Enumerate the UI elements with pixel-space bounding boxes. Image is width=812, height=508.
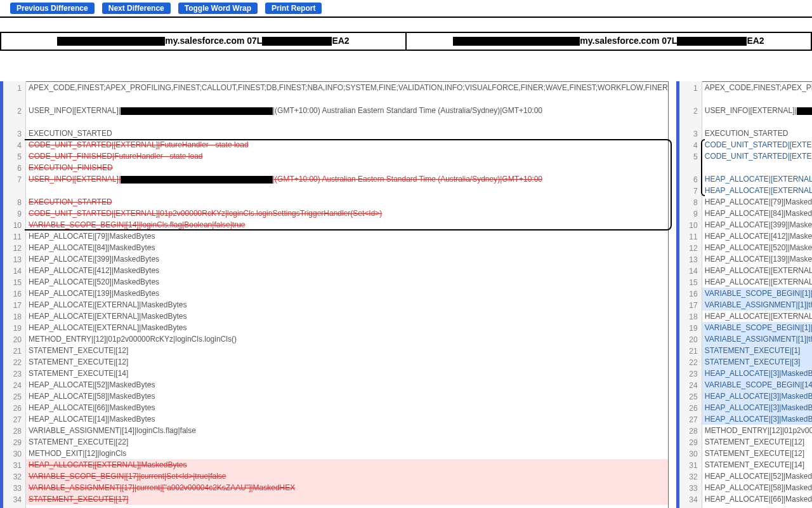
line-number: 25 (3, 391, 25, 403)
left-content[interactable]: APEX_CODE,FINEST;APEX_PROFILING,FINEST;C… (26, 81, 669, 508)
right-file-label: my.salesforce.com 07L (580, 36, 677, 46)
code-line[interactable]: HEAP_ALLOCATE|[412]|MaskedBytes (26, 265, 668, 276)
code-line[interactable]: HEAP_ALLOCATE|[EXTERNAL]|MaskedBytes (26, 311, 668, 322)
line-number: 20 (3, 334, 25, 345)
code-line[interactable]: HEAP_ALLOCATE|[84]|MaskedBytes (26, 242, 668, 253)
code-line[interactable]: HEAP_ALLOCATE|[79]|MaskedBytes (702, 196, 812, 208)
line-number: 25 (679, 391, 702, 403)
code-line[interactable]: HEAP_ALLOCATE|[84]|MaskedBytes (702, 208, 812, 219)
toolbar: Previous Difference Next Difference Togg… (0, 0, 812, 18)
code-line[interactable]: STATEMENT_EXECUTE|[14] (26, 368, 668, 379)
code-line[interactable]: VARIABLE_SCOPE_BEGIN|[1]|this|loginSetti… (702, 322, 812, 333)
code-line[interactable]: VARIABLE_ASSIGNMENT|[14]|loginCls.flag|f… (26, 425, 668, 436)
code-line[interactable]: HEAP_ALLOCATE|[EXTERNAL]|MaskedBytes (702, 311, 812, 322)
code-line[interactable]: HEAP_ALLOCATE|[520]|MaskedBytes (702, 242, 812, 253)
code-line[interactable]: HEAP_ALLOCATE|[EXTERNAL]|MaskedBytes (26, 299, 668, 311)
code-line[interactable]: CODE_UNIT_STARTED|[EXTERNAL]|FutureHandl… (26, 139, 668, 150)
code-line[interactable]: STATEMENT_EXECUTE|[12] (26, 345, 668, 356)
right-file-tail: EA2 (747, 36, 764, 46)
code-line[interactable]: HEAP_ALLOCATE|[EXTERNAL]|MaskedBytes (702, 265, 812, 276)
line-number: 23 (3, 368, 25, 380)
code-line[interactable]: HEAP_ALLOCATE|[139]|MaskedBytes (702, 253, 812, 265)
line-number: 2 (3, 105, 25, 128)
code-line[interactable]: STATEMENT_EXECUTE|[12] (702, 448, 812, 459)
code-line[interactable]: HEAP_ALLOCATE|[66]|MaskedBytes (702, 493, 812, 505)
line-number: 30 (3, 448, 25, 460)
right-pane[interactable]: 1234567891011121314151617181920212223242… (676, 81, 812, 508)
code-line[interactable]: VARIABLE_SCOPE_BEGIN|[1]|this|loginSetti… (702, 288, 812, 299)
code-line[interactable]: STATEMENT_EXECUTE|[12] (702, 436, 812, 448)
code-line[interactable]: STATEMENT_EXECUTE|[12] (26, 356, 668, 368)
next-diff-button[interactable]: Next Difference (102, 3, 171, 14)
code-line[interactable]: VARIABLE_ASSIGNMENT|[1]|this|{}|MaskedHE… (702, 333, 812, 345)
code-line[interactable]: HEAP_ALLOCATE|[3]|MaskedBytes (702, 402, 812, 413)
code-line[interactable]: EXECUTION_STARTED (702, 128, 812, 139)
line-number: 24 (3, 380, 25, 391)
code-line[interactable]: APEX_CODE,FINEST;APEX_PROFILING,FINEST;C… (26, 82, 668, 105)
code-line[interactable]: HEAP_ALLOCATE|[EXTERNAL]|MaskedBytes (26, 322, 668, 333)
code-line[interactable]: METHOD_EXIT|[12]|loginCls (26, 448, 668, 459)
code-line[interactable]: HEAP_ALLOCATE|[14]|MaskedBytes (26, 413, 668, 425)
code-line[interactable]: VARIABLE_ASSIGNMENT|[1]|this|{}|MaskedHE… (702, 299, 812, 311)
code-line[interactable]: HEAP_ALLOCATE|[EXTERNAL]|MaskedBytes (702, 276, 812, 288)
code-line[interactable]: HEAP_ALLOCATE|[3]|MaskedBytes (702, 413, 812, 425)
code-line[interactable]: HEAP_ALLOCATE|[520]|MaskedBytes (26, 276, 668, 288)
line-number: 12 (3, 243, 25, 254)
code-line[interactable]: USER_INFO|[EXTERNAL]||(GMT+10:00) Austra… (702, 105, 812, 128)
line-number: 19 (3, 323, 25, 334)
left-pane[interactable]: 1234567891011121314151617181920212223242… (0, 81, 669, 508)
code-line[interactable]: APEX_CODE,FINEST;APEX_PROFILING,FINEST;C… (702, 82, 812, 105)
code-line[interactable]: HEAP_ALLOCATE|[399]|MaskedBytes (702, 219, 812, 231)
line-number: 24 (679, 380, 702, 391)
code-line[interactable]: HEAP_ALLOCATE|[58]|MaskedBytes (26, 391, 668, 402)
line-number: 30 (679, 448, 702, 460)
code-line[interactable]: HEAP_ALLOCATE|[EXTERNAL]|MaskedBytes (702, 185, 812, 196)
code-line[interactable]: HEAP_ALLOCATE|[66]|MaskedBytes (26, 402, 668, 413)
line-number: 23 (679, 368, 702, 380)
code-line[interactable]: VARIABLE_SCOPE_BEGIN|[17]|current|Set<Id… (26, 471, 668, 482)
line-number: 15 (679, 277, 702, 288)
code-line[interactable]: CODE_UNIT_STARTED|[EXTERNAL]|01q2v000001… (702, 150, 812, 173)
code-line[interactable]: USER_INFO|[EXTERNAL]||(GMT+10:00) Austra… (26, 173, 668, 196)
prev-diff-button[interactable]: Previous Difference (10, 3, 95, 14)
line-number: 18 (679, 311, 702, 323)
right-line-numbers: 1234567891011121314151617181920212223242… (679, 81, 702, 508)
code-line[interactable]: HEAP_ALLOCATE|[3]|MaskedBytes (702, 368, 812, 379)
line-number: 10 (3, 220, 25, 231)
line-number: 31 (3, 460, 25, 471)
code-line[interactable]: HEAP_ALLOCATE|[EXTERNAL]|MaskedBytes (702, 173, 812, 185)
code-line[interactable]: STATEMENT_EXECUTE|[14] (702, 459, 812, 471)
code-line[interactable]: HEAP_ALLOCATE|[52]|MaskedBytes (26, 379, 668, 391)
code-line[interactable]: STATEMENT_EXECUTE|[22] (26, 436, 668, 448)
code-line[interactable]: STATEMENT_EXECUTE|[1] (702, 345, 812, 356)
code-line[interactable]: EXECUTION_STARTED (26, 196, 668, 208)
code-line[interactable]: CODE_UNIT_STARTED|[EXTERNAL]|TRIGGERS (702, 139, 812, 150)
line-number: 5 (679, 151, 702, 174)
code-line[interactable]: EXECUTION_FINISHED (26, 162, 668, 173)
code-line[interactable]: HEAP_ALLOCATE|[79]|MaskedBytes (26, 231, 668, 242)
code-line[interactable]: METHOD_ENTRY|[12]|01p2v00000RcKYz|loginC… (26, 333, 668, 345)
toggle-wrap-button[interactable]: Toggle Word Wrap (178, 3, 258, 14)
code-line[interactable]: HEAP_ALLOCATE|[3]|MaskedBytes (702, 391, 812, 402)
code-line[interactable]: EXECUTION_STARTED (26, 128, 668, 139)
code-line[interactable]: HEAP_ALLOCATE|[EXTERNAL]|MaskedBytes (26, 459, 668, 471)
code-line[interactable]: VARIABLE_SCOPE_BEGIN|[14]|loginCls.flag|… (26, 219, 668, 231)
code-line[interactable]: HEAP_ALLOCATE|[58]|MaskedBytes (702, 482, 812, 493)
line-number: 17 (679, 300, 702, 311)
code-line[interactable]: HEAP_ALLOCATE|[52]|MaskedBytes (702, 471, 812, 482)
code-line[interactable]: VARIABLE_SCOPE_BEGIN|[14]|loginCls.flag|… (702, 379, 812, 391)
code-line[interactable]: STATEMENT_EXECUTE|[3] (702, 356, 812, 368)
code-line[interactable]: HEAP_ALLOCATE|[139]|MaskedBytes (26, 288, 668, 299)
code-line[interactable]: HEAP_ALLOCATE|[399]|MaskedBytes (26, 253, 668, 265)
code-line[interactable]: VARIABLE_ASSIGNMENT|[17]|current|["a002v… (26, 482, 668, 493)
code-line[interactable]: CODE_UNIT_FINISHED|FutureHandler - state… (26, 150, 668, 162)
code-line[interactable]: STATEMENT_EXECUTE|[17] (26, 493, 668, 505)
code-line[interactable]: HEAP_ALLOCATE|[412]|MaskedBytes (702, 231, 812, 242)
code-line[interactable]: USER_INFO|[EXTERNAL]||(GMT+10:00) Austra… (26, 105, 668, 128)
print-report-button[interactable]: Print Report (265, 3, 322, 14)
line-number: 2 (679, 105, 702, 128)
right-content[interactable]: APEX_CODE,FINEST;APEX_PROFILING,FINEST;C… (702, 81, 812, 508)
code-line[interactable]: CODE_UNIT_STARTED|[EXTERNAL]|01p2v00000R… (26, 208, 668, 219)
code-line[interactable]: METHOD_ENTRY|[12]|01p2v00000RcKYz|loginC… (702, 425, 812, 436)
line-number: 1 (3, 83, 25, 105)
